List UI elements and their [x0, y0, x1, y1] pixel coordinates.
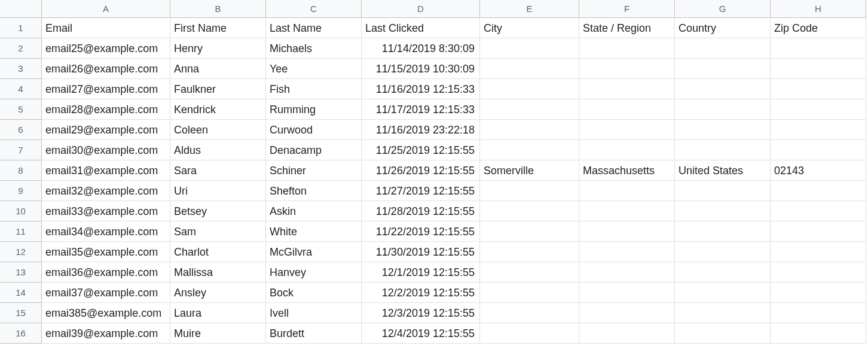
cell-A11[interactable]: email34@example.com	[42, 221, 170, 242]
cell-H6[interactable]	[771, 120, 866, 140]
cell-C16[interactable]: Burdett	[266, 323, 362, 344]
cell-C5[interactable]: Rumming	[266, 99, 362, 120]
cell-B14[interactable]: Ansley	[170, 283, 266, 303]
cell-H2[interactable]	[771, 38, 866, 59]
cell-C12[interactable]: McGilvra	[266, 242, 362, 262]
row-header-5[interactable]: 5	[0, 99, 42, 120]
cell-C4[interactable]: Fish	[266, 79, 362, 99]
cell-G2[interactable]	[675, 38, 771, 59]
cell-D5[interactable]: 11/17/2019 12:15:33	[362, 99, 480, 120]
cell-E13[interactable]	[480, 262, 579, 283]
cell-G7[interactable]	[675, 140, 771, 160]
cell-A7[interactable]: email30@example.com	[42, 140, 170, 160]
cell-C13[interactable]: Hanvey	[266, 262, 362, 283]
cell-F2[interactable]	[579, 38, 675, 59]
col-header-B[interactable]: B	[170, 0, 266, 18]
col-header-H[interactable]: H	[771, 0, 866, 18]
cell-D1[interactable]: Last Clicked	[362, 18, 480, 38]
cell-G3[interactable]	[675, 59, 771, 79]
cell-B11[interactable]: Sam	[170, 221, 266, 242]
cell-H11[interactable]	[771, 221, 866, 242]
row-header-15[interactable]: 15	[0, 303, 42, 323]
cell-D13[interactable]: 12/1/2019 12:15:55	[362, 262, 480, 283]
cell-C10[interactable]: Askin	[266, 201, 362, 221]
col-header-A[interactable]: A	[42, 0, 170, 18]
row-header-7[interactable]: 7	[0, 140, 42, 160]
row-header-12[interactable]: 12	[0, 242, 42, 262]
cell-H16[interactable]	[771, 323, 866, 344]
cell-E1[interactable]: City	[480, 18, 579, 38]
cell-A3[interactable]: email26@example.com	[42, 59, 170, 79]
row-header-1[interactable]: 1	[0, 18, 42, 38]
cell-C1[interactable]: Last Name	[266, 18, 362, 38]
cell-C8[interactable]: Schiner	[266, 160, 362, 181]
cell-H8[interactable]: 02143	[771, 160, 866, 181]
row-header-8[interactable]: 8	[0, 160, 42, 181]
cell-A6[interactable]: email29@example.com	[42, 120, 170, 140]
row-header-2[interactable]: 2	[0, 38, 42, 59]
cell-F14[interactable]	[579, 283, 675, 303]
cell-D4[interactable]: 11/16/2019 12:15:33	[362, 79, 480, 99]
cell-A12[interactable]: email35@example.com	[42, 242, 170, 262]
cell-F9[interactable]	[579, 181, 675, 201]
cell-A13[interactable]: email36@example.com	[42, 262, 170, 283]
cell-E16[interactable]	[480, 323, 579, 344]
cell-E9[interactable]	[480, 181, 579, 201]
cell-B3[interactable]: Anna	[170, 59, 266, 79]
cell-A1[interactable]: Email	[42, 18, 170, 38]
col-header-G[interactable]: G	[675, 0, 771, 18]
cell-A2[interactable]: email25@example.com	[42, 38, 170, 59]
cell-G15[interactable]	[675, 303, 771, 323]
row-header-16[interactable]: 16	[0, 323, 42, 344]
cell-D7[interactable]: 11/25/2019 12:15:55	[362, 140, 480, 160]
cell-H4[interactable]	[771, 79, 866, 99]
spreadsheet-grid[interactable]: A B C D E F G H 1 Email First Name Last …	[0, 0, 868, 344]
row-header-6[interactable]: 6	[0, 120, 42, 140]
cell-F11[interactable]	[579, 221, 675, 242]
cell-B10[interactable]: Betsey	[170, 201, 266, 221]
cell-F16[interactable]	[579, 323, 675, 344]
cell-C6[interactable]: Curwood	[266, 120, 362, 140]
cell-A4[interactable]: email27@example.com	[42, 79, 170, 99]
cell-G1[interactable]: Country	[675, 18, 771, 38]
cell-E6[interactable]	[480, 120, 579, 140]
cell-D6[interactable]: 11/16/2019 23:22:18	[362, 120, 480, 140]
cell-F8[interactable]: Massachusetts	[579, 160, 675, 181]
row-header-14[interactable]: 14	[0, 283, 42, 303]
cell-F4[interactable]	[579, 79, 675, 99]
cell-E12[interactable]	[480, 242, 579, 262]
cell-D15[interactable]: 12/3/2019 12:15:55	[362, 303, 480, 323]
row-header-13[interactable]: 13	[0, 262, 42, 283]
cell-G5[interactable]	[675, 99, 771, 120]
cell-F15[interactable]	[579, 303, 675, 323]
cell-C3[interactable]: Yee	[266, 59, 362, 79]
cell-D8[interactable]: 11/26/2019 12:15:55	[362, 160, 480, 181]
row-header-4[interactable]: 4	[0, 79, 42, 99]
cell-D12[interactable]: 11/30/2019 12:15:55	[362, 242, 480, 262]
cell-C7[interactable]: Denacamp	[266, 140, 362, 160]
cell-G10[interactable]	[675, 201, 771, 221]
cell-C14[interactable]: Bock	[266, 283, 362, 303]
cell-D3[interactable]: 11/15/2019 10:30:09	[362, 59, 480, 79]
cell-A8[interactable]: email31@example.com	[42, 160, 170, 181]
cell-H9[interactable]	[771, 181, 866, 201]
cell-E7[interactable]	[480, 140, 579, 160]
cell-F6[interactable]	[579, 120, 675, 140]
cell-G16[interactable]	[675, 323, 771, 344]
cell-F7[interactable]	[579, 140, 675, 160]
cell-E2[interactable]	[480, 38, 579, 59]
cell-F1[interactable]: State / Region	[579, 18, 675, 38]
cell-B13[interactable]: Mallissa	[170, 262, 266, 283]
cell-B4[interactable]: Faulkner	[170, 79, 266, 99]
cell-G6[interactable]	[675, 120, 771, 140]
cell-F10[interactable]	[579, 201, 675, 221]
cell-B7[interactable]: Aldus	[170, 140, 266, 160]
row-header-11[interactable]: 11	[0, 221, 42, 242]
cell-A16[interactable]: email39@example.com	[42, 323, 170, 344]
cell-E4[interactable]	[480, 79, 579, 99]
cell-H14[interactable]	[771, 283, 866, 303]
cell-H5[interactable]	[771, 99, 866, 120]
cell-E11[interactable]	[480, 221, 579, 242]
cell-C2[interactable]: Michaels	[266, 38, 362, 59]
cell-B16[interactable]: Muire	[170, 323, 266, 344]
